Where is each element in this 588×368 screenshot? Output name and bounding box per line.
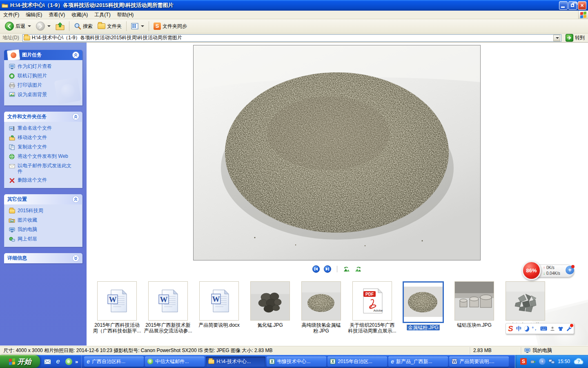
browser-360-icon[interactable]: e	[65, 357, 73, 366]
go-button[interactable]: 转到	[563, 34, 587, 42]
task-move-file[interactable]: 移动这个文件	[9, 135, 79, 141]
skin-shirt-icon[interactable]	[558, 326, 564, 331]
file-item-photo-powder-small[interactable]: 高纯级脱氢金属锰粉.JPG	[296, 281, 346, 334]
user-account-icon[interactable]	[550, 326, 555, 331]
tray-collapse-chevron[interactable]: ‹	[539, 358, 546, 365]
collapse-chevron-icon[interactable]	[72, 52, 79, 58]
file-item-pdf-doc[interactable]: PDFAdobe 关于组织2015年广西科技活动周重点展示...	[347, 281, 397, 334]
sogou-settings-wrench-icon[interactable]	[566, 326, 572, 331]
file-item-photo-powder-selected[interactable]: 金属锰粉.JPG	[399, 281, 448, 334]
toolbar-separator	[69, 21, 69, 31]
my-computer-icon	[524, 348, 530, 353]
network-status-icon[interactable]	[548, 358, 555, 365]
folders-button[interactable]: 文件夹	[95, 22, 124, 31]
soft-keyboard-icon[interactable]	[540, 326, 547, 331]
expand-chevron-icon[interactable]	[72, 255, 79, 262]
menu-favorites[interactable]: 收藏(A)	[68, 10, 91, 20]
task-publish-web[interactable]: 将这个文件发布到 Web	[9, 153, 79, 160]
cloud-help-icon[interactable]: ?	[572, 358, 585, 365]
memory-usage-ball[interactable]: 86%	[522, 261, 541, 280]
taskbar-item-excel-1[interactable]: X 韦慷技术中心...	[267, 357, 326, 367]
address-input[interactable]: H:\4-技术中心\（1-9）各项科技活动\2015科技周\科技活动周所需图片	[22, 34, 561, 42]
internet-explorer-icon[interactable]: e	[54, 357, 62, 366]
taskbar-clock[interactable]: 15:50	[558, 359, 570, 364]
file-label: 产品简要说明.docx	[194, 322, 244, 328]
other-places-header[interactable]: 其它位置	[4, 194, 82, 204]
search-button[interactable]: 搜索	[71, 21, 95, 31]
rotate-counterclockwise-button[interactable]	[343, 266, 350, 272]
restore-button[interactable]	[568, 1, 577, 10]
close-button[interactable]: ×	[578, 1, 586, 10]
file-item-photo-lumps[interactable]: 氮化锰.JPG	[245, 281, 295, 334]
quick-launch-overflow-chevron[interactable]: »	[75, 359, 78, 365]
start-button[interactable]: 开始	[0, 355, 40, 368]
menu-tools[interactable]: 工具(T)	[91, 10, 114, 20]
rotate-clockwise-button[interactable]	[354, 266, 362, 272]
folder-sync-button[interactable]: S 文件夹同步	[151, 21, 189, 31]
sogou-logo-icon[interactable]: S	[508, 325, 513, 332]
title-bar: H:\4-技术中心\（1-9）各项科技活动\2015科技周\科技活动周所需图片 …	[0, 0, 588, 11]
taskbar-item-mail[interactable]: e 中信大锰邮件...	[145, 357, 205, 367]
toolbar-separator	[149, 21, 149, 31]
back-label: 后退	[16, 23, 25, 30]
photo-thumbnail	[250, 281, 290, 321]
outlook-express-icon[interactable]	[43, 357, 51, 366]
picture-tasks-panel: 图片任务 作为幻灯片查看 联机订购照片 打印该图片	[4, 50, 82, 105]
folder-icon	[9, 208, 15, 214]
order-prints-icon	[9, 73, 15, 79]
previous-image-button[interactable]	[312, 265, 320, 273]
taskbar-item-word[interactable]: W 产品简要说明....	[449, 357, 509, 367]
place-network[interactable]: 网上邻居	[9, 236, 79, 242]
task-email-file[interactable]: 以电子邮件形式发送此文件	[9, 163, 79, 174]
network-monitor-widget[interactable]: ↑ 0K/s ↓ 0.04K/s + 86%	[522, 263, 575, 278]
network-rates: ↑ 0K/s ↓ 0.04K/s	[543, 265, 560, 276]
task-rename-file[interactable]: 重命名这个文件	[9, 125, 79, 132]
status-zone-label: 我的电脑	[532, 347, 552, 354]
input-mode-chinese[interactable]: 中	[516, 325, 521, 332]
accelerate-button[interactable]: +	[566, 266, 574, 274]
taskbar-item-ie-2[interactable]: e 新产品_广西新...	[388, 357, 448, 367]
next-image-button[interactable]	[324, 265, 331, 273]
fullwidth-moon-icon[interactable]	[524, 326, 529, 332]
taskbar-item-ie-1[interactable]: e 广西自治区科...	[84, 357, 144, 367]
usb-device-icon[interactable]	[529, 358, 537, 365]
task-delete-file[interactable]: 删除这个文件	[9, 177, 79, 184]
place-2015-tech-week[interactable]: 2015科技周	[9, 208, 79, 214]
details-header[interactable]: 详细信息	[4, 253, 82, 263]
file-tasks-body: 重命名这个文件 移动这个文件 复制这个文件 将这个文件发布到 Web	[4, 122, 82, 188]
punctuation-toggle[interactable]: °，	[532, 325, 537, 332]
views-button[interactable]	[129, 22, 147, 31]
back-icon	[5, 22, 14, 31]
file-label: 2015年广西新技术新产品展示交流活动参...	[143, 322, 193, 334]
windows-logo-icon	[578, 11, 588, 19]
menu-view[interactable]: 查看(V)	[45, 10, 68, 20]
taskbar-item-excel-2[interactable]: X 2015年自治区...	[327, 357, 387, 367]
sogou-tray-icon[interactable]: S	[520, 358, 527, 365]
task-copy-file[interactable]: 复制这个文件	[9, 144, 79, 150]
back-button[interactable]: 后退	[2, 20, 33, 32]
word-doc-icon: W	[97, 281, 137, 321]
forward-button[interactable]	[33, 20, 53, 32]
file-item-word-doc-1[interactable]: W 2015年广西科技活动周（广西科技创新平...	[92, 281, 142, 334]
picture-tasks-header[interactable]: 图片任务	[4, 50, 82, 60]
filmstrip-view: W 2015年广西科技活动周（广西科技创新平... W 2015年广西新技术新产…	[87, 43, 588, 346]
file-item-photo-briquettes[interactable]: 锰铝压块m.JPG	[450, 281, 499, 334]
collapse-chevron-icon[interactable]	[72, 113, 79, 120]
file-tasks-header[interactable]: 文件和文件夹任务	[4, 112, 82, 122]
menu-help[interactable]: 帮助(H)	[114, 10, 137, 20]
file-item-word-doc-2[interactable]: W 2015年广西新技术新产品展示交流活动参...	[143, 281, 193, 334]
photo-preview[interactable]	[193, 45, 481, 260]
place-my-pictures[interactable]: 图片收藏	[9, 217, 79, 224]
file-item-word-doc-3[interactable]: W 产品简要说明.docx	[194, 281, 244, 334]
task-view-slideshow[interactable]: 作为幻灯片查看	[9, 63, 79, 70]
photo-thumbnail	[454, 281, 494, 321]
menu-edit[interactable]: 编辑(E)	[22, 10, 45, 20]
minimize-button[interactable]	[559, 1, 568, 10]
menu-file[interactable]: 文件(F)	[0, 10, 22, 20]
up-button[interactable]	[53, 21, 67, 31]
collapse-chevron-icon[interactable]	[72, 196, 79, 203]
address-dropdown-button[interactable]	[553, 35, 560, 41]
place-my-computer[interactable]: 我的电脑	[9, 227, 79, 233]
sogou-input-toolbar[interactable]: S 中 °，	[506, 323, 574, 334]
taskbar-item-explorer-active[interactable]: H:\4-技术中心...	[206, 357, 265, 367]
